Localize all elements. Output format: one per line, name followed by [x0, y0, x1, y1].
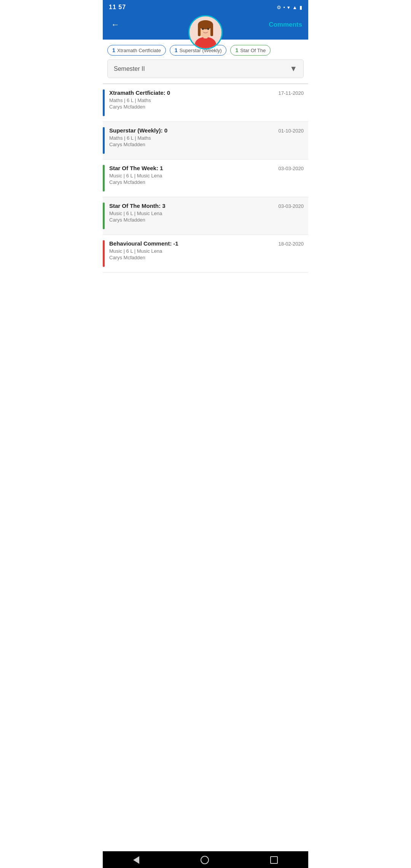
nav-bar [103, 851, 308, 868]
back-button[interactable]: ← [109, 18, 122, 32]
entry-content: Behavioural Comment: -1 Music | 6 L | Mu… [109, 240, 279, 267]
entries-list: Xtramath Certficiate: 0 Maths | 6 L | Ma… [103, 84, 308, 562]
status-bar: 11 57 ⚙ • ▾ ▲ ▮ [103, 0, 308, 14]
badge-starofthe[interactable]: 1 Star Of The [230, 45, 271, 56]
entry-date: 03-03-2020 [279, 203, 304, 209]
semester-selector[interactable]: Semester II ▼ [107, 59, 304, 78]
badge-starofthe-label: Star Of The [240, 48, 266, 53]
svg-point-7 [202, 28, 204, 30]
avatar-container [188, 15, 223, 49]
entry-teacher: Carys Mcfadden [109, 255, 279, 260]
entry-subject: Music | 6 L | Music Lena [109, 173, 279, 179]
svg-rect-6 [210, 25, 213, 36]
avatar [188, 15, 223, 49]
home-nav-icon[interactable] [201, 856, 209, 864]
badge-xtramath[interactable]: 1 Xtramath Certficiate [107, 45, 166, 56]
entry-bar-blue [103, 127, 105, 154]
entry-date: 18-02-2020 [279, 240, 304, 247]
svg-rect-5 [198, 25, 201, 36]
entry-title: Star Of The Month: 3 [109, 203, 279, 209]
recents-nav-icon[interactable] [270, 856, 278, 864]
entry-subject: Music | 6 L | Music Lena [109, 211, 279, 216]
table-row: Behavioural Comment: -1 Music | 6 L | Mu… [103, 235, 308, 273]
header: ← [103, 14, 308, 40]
badge-starofthe-num: 1 [235, 47, 238, 53]
entry-teacher: Carys Mcfadden [109, 217, 279, 223]
entry-teacher: Carys Mcfadden [109, 142, 279, 147]
avatar-svg [190, 16, 221, 48]
table-row: Xtramath Certficiate: 0 Maths | 6 L | Ma… [103, 84, 308, 122]
table-row: Star Of The Week: 1 Music | 6 L | Music … [103, 160, 308, 197]
entry-teacher: Carys Mcfadden [109, 104, 279, 110]
status-time: 11 57 [109, 4, 126, 11]
entry-bar-blue [103, 89, 105, 116]
battery-icon: ▮ [299, 5, 302, 10]
back-nav-icon[interactable] [133, 856, 139, 864]
table-row: Star Of The Month: 3 Music | 6 L | Music… [103, 197, 308, 235]
entry-date: 03-03-2020 [279, 165, 304, 171]
entry-bar-green [103, 203, 105, 229]
entry-teacher: Carys Mcfadden [109, 179, 279, 185]
badge-superstar-num: 1 [175, 47, 178, 53]
signal-icon: ▲ [292, 5, 297, 10]
badge-xtramath-label: Xtramath Certficiate [117, 48, 161, 53]
entry-bar-red [103, 240, 105, 267]
table-row: Superstar (Weekly): 0 Maths | 6 L | Math… [103, 122, 308, 160]
entry-date: 17-11-2020 [279, 89, 304, 96]
comments-button[interactable]: Comments [269, 21, 302, 29]
entry-content: Superstar (Weekly): 0 Maths | 6 L | Math… [109, 127, 279, 154]
spacer [103, 562, 308, 851]
entry-title: Behavioural Comment: -1 [109, 240, 279, 247]
badge-xtramath-num: 1 [112, 47, 115, 53]
entry-title: Star Of The Week: 1 [109, 165, 279, 171]
dot-icon: • [284, 5, 285, 10]
avatar-image [190, 16, 221, 48]
entry-subject: Maths | 6 L | Maths [109, 135, 279, 141]
entry-content: Xtramath Certficiate: 0 Maths | 6 L | Ma… [109, 89, 279, 116]
chevron-down-icon: ▼ [290, 64, 297, 73]
entry-title: Superstar (Weekly): 0 [109, 127, 279, 134]
entry-content: Star Of The Week: 1 Music | 6 L | Music … [109, 165, 279, 191]
svg-point-8 [207, 28, 209, 30]
entry-date: 01-10-2020 [279, 127, 304, 134]
semester-label: Semester II [114, 65, 145, 72]
wifi-icon: ▾ [287, 5, 290, 10]
settings-icon: ⚙ [277, 5, 281, 10]
status-icons: ⚙ • ▾ ▲ ▮ [277, 5, 302, 10]
entry-content: Star Of The Month: 3 Music | 6 L | Music… [109, 203, 279, 229]
entry-title: Xtramath Certficiate: 0 [109, 89, 279, 96]
entry-bar-green [103, 165, 105, 191]
entry-subject: Maths | 6 L | Maths [109, 97, 279, 103]
entry-subject: Music | 6 L | Music Lena [109, 248, 279, 254]
